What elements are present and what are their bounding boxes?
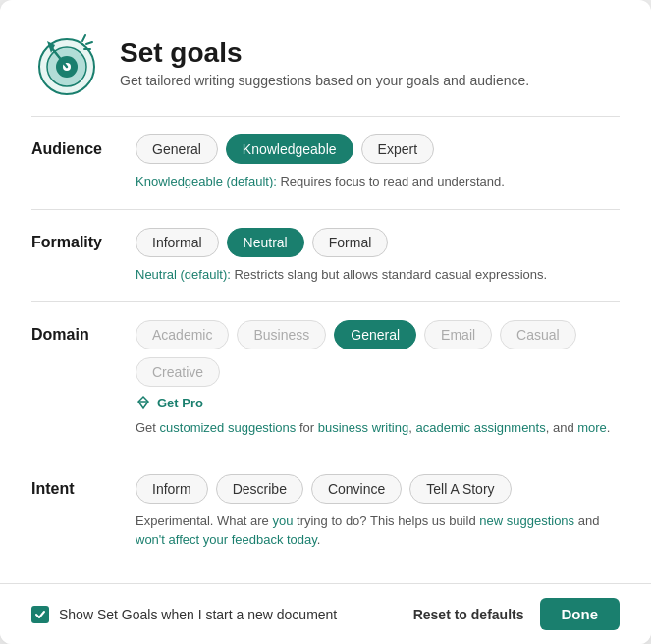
target-icon — [31, 27, 102, 98]
formality-section: Formality Informal Neutral Formal Neutra… — [31, 228, 620, 285]
formality-informal-btn[interactable]: Informal — [136, 228, 219, 257]
formality-label: Formality — [31, 228, 120, 251]
formality-formal-btn[interactable]: Formal — [312, 228, 389, 257]
domain-section: Domain Academic Business General Email C… — [31, 320, 620, 438]
intent-row: Intent Inform Describe Convince Tell A S… — [31, 474, 620, 504]
done-button[interactable]: Done — [540, 598, 621, 630]
page-subtitle: Get tailored writing suggestions based o… — [120, 73, 529, 88]
divider-3 — [31, 301, 620, 302]
svg-line-7 — [86, 42, 92, 44]
get-pro-link[interactable]: Get Pro — [31, 395, 620, 410]
page-title: Set goals — [120, 37, 529, 69]
show-goals-checkbox-label[interactable]: Show Set Goals when I start a new docume… — [31, 606, 337, 623]
formality-row: Formality Informal Neutral Formal — [31, 228, 620, 257]
checkmark-icon — [34, 609, 46, 620]
audience-section: Audience General Knowledgeable Expert Kn… — [31, 134, 620, 191]
formality-btn-group: Informal Neutral Formal — [136, 228, 388, 257]
modal-footer: Show Set Goals when I start a new docume… — [0, 583, 651, 644]
domain-label: Domain — [31, 320, 120, 344]
intent-inform-btn[interactable]: Inform — [136, 474, 208, 504]
intent-convince-btn[interactable]: Convince — [311, 474, 402, 504]
header: Set goals Get tailored writing suggestio… — [31, 27, 620, 98]
audience-btn-group: General Knowledgeable Expert — [136, 134, 434, 164]
audience-expert-btn[interactable]: Expert — [361, 134, 434, 164]
domain-row: Domain Academic Business General Email C… — [31, 320, 620, 387]
audience-knowledgeable-btn[interactable]: Knowledgeable — [226, 134, 353, 164]
domain-business-btn[interactable]: Business — [237, 320, 326, 349]
audience-general-btn[interactable]: General — [136, 134, 218, 164]
formality-description: Neutral (default): Restricts slang but a… — [31, 265, 620, 285]
intent-section: Intent Inform Describe Convince Tell A S… — [31, 474, 620, 550]
domain-casual-btn[interactable]: Casual — [500, 320, 576, 349]
diamond-icon — [136, 395, 151, 410]
audience-desc-highlight: Knowledgeable (default): — [136, 174, 277, 188]
get-pro-label: Get Pro — [157, 396, 203, 410]
domain-academic-btn[interactable]: Academic — [136, 320, 229, 349]
header-text: Set goals Get tailored writing suggestio… — [120, 37, 529, 88]
domain-creative-btn[interactable]: Creative — [136, 357, 220, 387]
formality-neutral-btn[interactable]: Neutral — [227, 228, 304, 257]
set-goals-modal: Set goals Get tailored writing suggestio… — [0, 0, 651, 644]
intent-describe-btn[interactable]: Describe — [216, 474, 303, 504]
show-goals-checkbox[interactable] — [31, 606, 49, 623]
intent-tell-a-story-btn[interactable]: Tell A Story — [409, 474, 511, 504]
domain-description: Get customized suggestions for business … — [31, 418, 620, 438]
show-goals-label: Show Set Goals when I start a new docume… — [59, 607, 337, 622]
footer-actions: Reset to defaults Done — [413, 598, 620, 630]
intent-btn-group: Inform Describe Convince Tell A Story — [136, 474, 512, 504]
divider-4 — [31, 456, 620, 456]
formality-desc-highlight: Neutral (default): — [136, 267, 231, 282]
audience-description: Knowledgeable (default): Requires focus … — [31, 172, 620, 191]
audience-row: Audience General Knowledgeable Expert — [31, 134, 620, 164]
reset-defaults-button[interactable]: Reset to defaults — [413, 607, 524, 622]
intent-description: Experimental. What are you trying to do?… — [31, 511, 620, 550]
svg-line-6 — [82, 35, 85, 41]
divider-1 — [31, 116, 620, 117]
domain-btn-group: Academic Business General Email Casual C… — [136, 320, 620, 387]
intent-label: Intent — [31, 474, 120, 498]
domain-email-btn[interactable]: Email — [424, 320, 492, 349]
audience-label: Audience — [31, 134, 120, 158]
divider-2 — [31, 209, 620, 210]
domain-general-btn[interactable]: General — [334, 320, 416, 349]
modal-body: Set goals Get tailored writing suggestio… — [0, 0, 651, 583]
